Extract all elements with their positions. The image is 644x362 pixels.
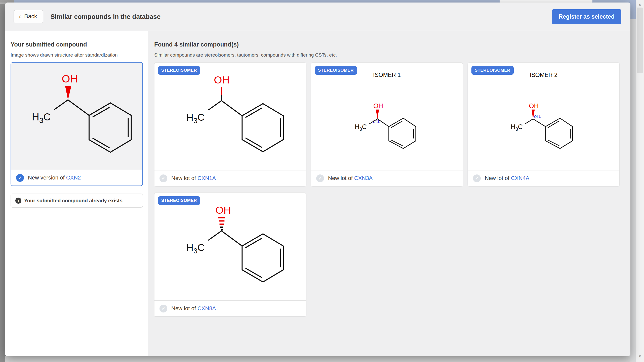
structure-drawing-cxn1a: OH H3C: [174, 68, 286, 165]
benzene-ring: [546, 118, 573, 149]
compound-link-cxn8a[interactable]: CXN8A: [197, 305, 216, 311]
relation-text: New version of CXN2: [28, 174, 81, 181]
compound-link-cxn1a[interactable]: CXN1A: [197, 175, 216, 181]
selected-check-icon[interactable]: ✓: [16, 174, 24, 182]
similar-compound-card-cxn8a[interactable]: STEREOISOMER OH: [154, 193, 306, 316]
h3c-label: H3C: [355, 123, 367, 132]
submitted-compound-card[interactable]: OH H3C ✓: [11, 62, 143, 186]
stereoisomer-badge: STEREOISOMER: [158, 66, 200, 75]
relation-text: New lot of CXN3A: [328, 175, 373, 182]
ipso-bond: [221, 101, 242, 116]
notice-text: Your submitted compound already exists: [24, 198, 123, 204]
oh-label: OH: [62, 73, 78, 85]
register-as-selected-button[interactable]: Register as selected: [552, 9, 621, 24]
h3c-label: H3C: [186, 112, 205, 125]
oh-label: OH: [529, 102, 539, 109]
structure-area: OH or1 H3C: [311, 78, 463, 170]
results-subheading: Similar compounds are stereoisomers, tau…: [154, 52, 630, 58]
structure-drawing-cxn8a: OH H3C: [174, 198, 286, 295]
similar-compound-card-cxn1a[interactable]: STEREOISOMER OH H3C: [154, 62, 306, 186]
results-heading: Found 4 similar compound(s): [154, 41, 630, 48]
wedge-bond: [65, 86, 71, 100]
structure-drawing-cxn4a: OH or1 H3C: [510, 96, 577, 153]
ipso-bond: [68, 100, 89, 115]
select-check-icon[interactable]: ✓: [159, 174, 167, 182]
h3c-label: H3C: [511, 123, 522, 132]
select-check-icon[interactable]: ✓: [159, 305, 167, 312]
stereoisomer-badge: STEREOISOMER: [315, 66, 357, 75]
card-footer: ✓ New lot of CXN4A: [468, 170, 619, 186]
h3c-label: H3C: [32, 111, 51, 124]
relation-prefix: New lot of: [485, 175, 511, 181]
relation-text: New lot of CXN8A: [171, 305, 216, 312]
oh-label: OH: [214, 74, 229, 86]
relation-text: New lot of CXN1A: [171, 175, 216, 182]
similar-compounds-dialog: ‹ Back Similar compounds in the database…: [5, 3, 630, 356]
submitted-subheading: Image shows drawn structure after standa…: [11, 52, 143, 58]
or1-label: or1: [534, 114, 541, 119]
submitted-structure-area: OH H3C: [11, 63, 142, 170]
submitted-heading: Your submitted compound: [11, 41, 143, 48]
select-check-icon[interactable]: ✓: [473, 174, 481, 182]
methyl-bond: [209, 231, 221, 240]
stereoisomer-badge: STEREOISOMER: [158, 196, 200, 205]
compound-link-cxn3a[interactable]: CXN3A: [354, 175, 373, 181]
relation-prefix: New version of: [28, 174, 66, 181]
wedge-bond: [376, 109, 379, 119]
similar-compound-card-cxn4a[interactable]: STEREOISOMER ISOMER 2 OH or1 H3C: [468, 62, 620, 186]
dialog-title: Similar compounds in the database: [50, 13, 160, 21]
dialog-body: Your submitted compound Image shows draw…: [5, 31, 630, 356]
ipso-bond: [221, 231, 242, 246]
submitted-compound-panel: Your submitted compound Image shows draw…: [5, 31, 148, 356]
back-button[interactable]: ‹ Back: [14, 10, 43, 23]
oh-label: OH: [373, 102, 383, 109]
methyl-bond: [525, 119, 533, 123]
ipso-bond: [533, 119, 546, 126]
structure-drawing-submitted: OH H3C: [20, 67, 134, 166]
results-grid: STEREOISOMER OH H3C: [154, 62, 630, 316]
methyl-bond: [209, 101, 221, 110]
structure-area: OH or1 H3C: [468, 78, 619, 170]
relation-prefix: New lot of: [171, 305, 197, 311]
methyl-bond: [55, 100, 68, 109]
card-footer: ✓ New lot of CXN3A: [311, 170, 463, 186]
window-scrollbar[interactable]: ▲ ▼: [636, 0, 644, 362]
hashed-wedge-bond: [218, 218, 225, 230]
structure-area: OH H3C: [154, 193, 306, 300]
submitted-card-footer: ✓ New version of CXN2: [11, 170, 142, 186]
relation-text: New lot of CXN4A: [485, 175, 529, 182]
already-exists-notice: i Your submitted compound already exists: [11, 194, 143, 208]
dialog-header: ‹ Back Similar compounds in the database…: [5, 3, 630, 31]
stereoisomer-badge: STEREOISOMER: [471, 66, 514, 75]
structure-area: OH H3C: [154, 63, 306, 170]
relation-prefix: New lot of: [171, 175, 197, 181]
select-check-icon[interactable]: ✓: [316, 174, 324, 182]
scrollbar-up-arrow-icon[interactable]: ▲: [636, 1, 644, 8]
benzene-ring: [242, 234, 283, 282]
scrollbar-thumb[interactable]: [637, 8, 643, 73]
scrollbar-down-arrow-icon[interactable]: ▼: [636, 353, 644, 359]
chevron-left-icon: ‹: [19, 14, 21, 19]
background-right-column: [630, 19, 636, 362]
relation-prefix: New lot of: [328, 175, 354, 181]
benzene-ring: [89, 103, 131, 152]
similar-compound-card-cxn3a[interactable]: STEREOISOMER ISOMER 1 OH or1 H3C: [311, 62, 463, 186]
card-footer: ✓ New lot of CXN1A: [154, 170, 306, 186]
benzene-ring: [389, 118, 416, 149]
benzene-ring: [242, 104, 283, 152]
background-bottom-strip: [5, 356, 630, 362]
compound-link-cxn4a[interactable]: CXN4A: [511, 175, 529, 181]
structure-drawing-cxn3a: OH or1 H3C: [353, 96, 421, 153]
card-footer: ✓ New lot of CXN8A: [154, 300, 306, 316]
oh-label: OH: [215, 204, 231, 216]
compound-link-cxn2[interactable]: CXN2: [66, 174, 81, 181]
back-button-label: Back: [24, 13, 37, 20]
info-icon: i: [15, 198, 21, 204]
similar-compounds-panel: Found 4 similar compound(s) Similar comp…: [148, 31, 630, 356]
background-left-column: [0, 4, 5, 362]
screen: ▲ ▼ ‹ Back Similar compounds in the data…: [0, 0, 644, 362]
background-right-column-top: [630, 0, 636, 19]
h3c-label: H3C: [186, 242, 205, 255]
